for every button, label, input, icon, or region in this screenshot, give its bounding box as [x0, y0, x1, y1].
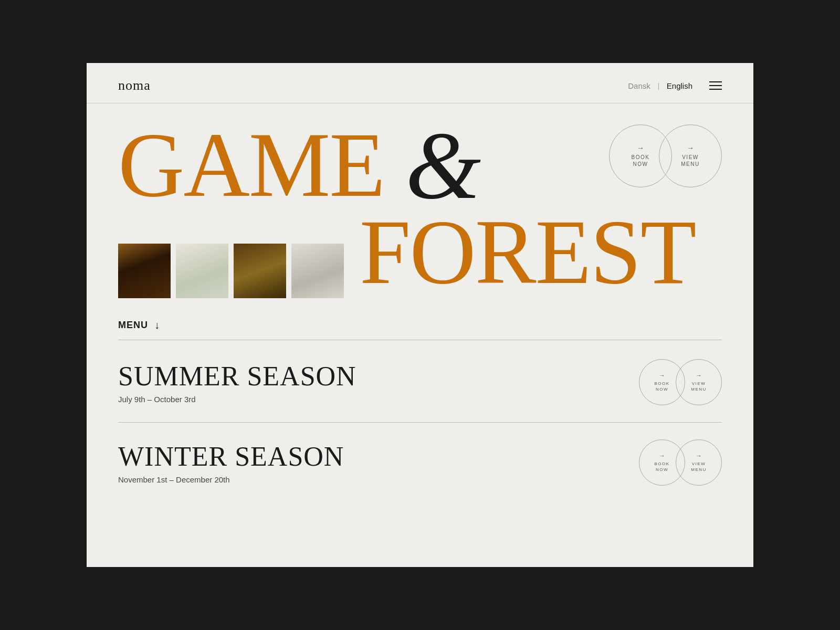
photos-forest-row: FOREST: [87, 206, 753, 298]
winter-season-info: WINTER SEASON November 1st – December 20…: [118, 441, 344, 484]
hamburger-line-1: [709, 81, 722, 82]
winter-book-label: BOOKNOW: [654, 461, 669, 472]
view-menu-arrow-icon: →: [687, 144, 694, 152]
header-right: Dansk | English: [628, 81, 722, 90]
header: noma Dansk | English: [87, 63, 753, 103]
menu-down-arrow-icon: ↓: [154, 319, 160, 331]
lang-dansk-button[interactable]: Dansk: [628, 81, 650, 90]
summer-book-now-button[interactable]: → BOOKNOW: [639, 359, 685, 405]
summer-book-label: BOOKNOW: [654, 381, 669, 392]
photo-thumb-4[interactable]: [291, 244, 344, 298]
summer-season-info: SUMMER SEASON July 9th – October 3rd: [118, 361, 356, 404]
book-now-arrow-icon: →: [637, 144, 644, 152]
winter-season-title: WINTER SEASON: [118, 441, 344, 472]
winter-view-arrow-icon: →: [696, 452, 702, 460]
winter-season-dates: November 1st – December 20th: [118, 475, 344, 484]
hero-game-text: GAME: [118, 119, 384, 211]
hero-circles: → BOOKNOW → VIEWMENU: [609, 124, 722, 187]
photos-row: [118, 244, 344, 298]
winter-season-circles: → BOOKNOW → VIEWMENU: [639, 439, 722, 486]
hamburger-line-2: [709, 85, 722, 86]
book-now-label: BOOKNOW: [632, 154, 650, 167]
summer-book-arrow-icon: →: [659, 372, 665, 380]
winter-book-now-button[interactable]: → BOOKNOW: [639, 439, 685, 486]
hamburger-menu[interactable]: [709, 81, 722, 90]
summer-view-label: VIEWMENU: [691, 381, 707, 392]
lang-divider: |: [658, 81, 659, 90]
hero-ampersand: &: [405, 119, 481, 212]
menu-section: MENU ↓ SUMMER SEASON July 9th – October …: [87, 298, 753, 502]
hero-forest-text: FOREST: [360, 206, 696, 298]
summer-season-row: SUMMER SEASON July 9th – October 3rd → B…: [118, 359, 722, 422]
summer-season-title: SUMMER SEASON: [118, 361, 356, 392]
summer-season-dates: July 9th – October 3rd: [118, 395, 356, 404]
hero-book-now-button[interactable]: → BOOKNOW: [609, 124, 672, 187]
photo-thumb-2[interactable]: [176, 244, 228, 298]
logo: noma: [118, 78, 151, 93]
lang-english-button[interactable]: English: [667, 81, 692, 90]
summer-view-arrow-icon: →: [696, 372, 702, 380]
photo-thumb-1[interactable]: [118, 244, 171, 298]
page-wrapper: noma Dansk | English GAME & → BOOKNOW: [87, 63, 753, 567]
winter-view-label: VIEWMENU: [691, 461, 707, 472]
summer-season-circles: → BOOKNOW → VIEWMENU: [639, 359, 722, 405]
photo-thumb-3[interactable]: [234, 244, 286, 298]
menu-divider: [118, 340, 722, 340]
menu-heading: MENU ↓: [118, 319, 722, 331]
hero-title-line1: GAME & → BOOKNOW → VIEWMENU: [118, 119, 722, 212]
summer-season-divider: [118, 422, 722, 423]
winter-book-arrow-icon: →: [659, 452, 665, 460]
view-menu-label: VIEWMENU: [681, 154, 699, 167]
menu-heading-text: MENU: [118, 320, 148, 331]
hero-section: GAME & → BOOKNOW → VIEWMENU: [87, 103, 753, 212]
hamburger-line-3: [709, 89, 722, 90]
winter-season-row: WINTER SEASON November 1st – December 20…: [118, 439, 722, 502]
